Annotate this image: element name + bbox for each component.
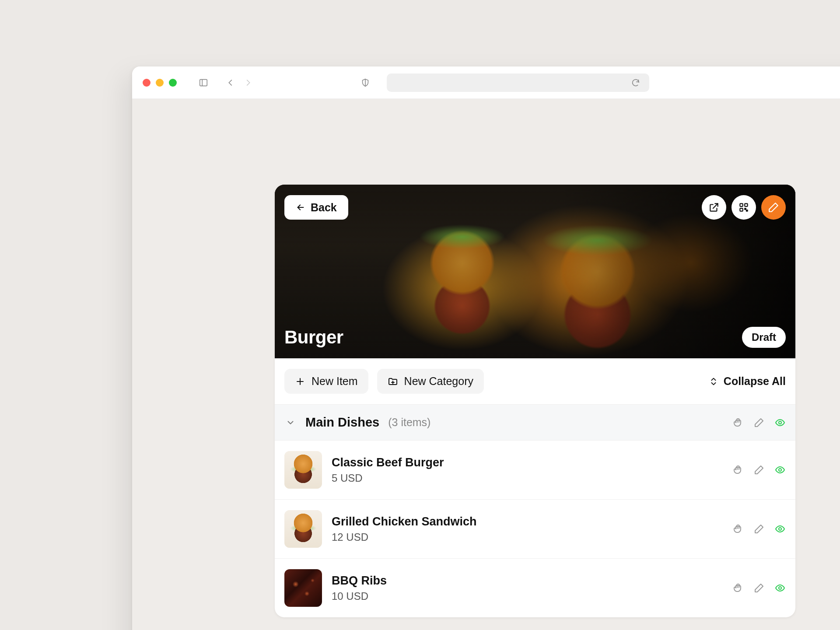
visibility-icon[interactable] xyxy=(774,523,786,535)
item-actions xyxy=(732,523,786,535)
category-actions xyxy=(732,417,786,428)
drag-handle-icon[interactable] xyxy=(732,417,744,428)
svg-point-12 xyxy=(779,421,781,424)
svg-rect-3 xyxy=(740,203,743,206)
page-title: Burger xyxy=(284,327,343,348)
browser-window: Back xyxy=(132,66,840,630)
chevron-down-icon xyxy=(284,418,297,427)
edit-button[interactable] xyxy=(761,195,786,220)
item-row[interactable]: BBQ Ribs 10 USD xyxy=(275,559,795,617)
plus-icon xyxy=(295,376,305,387)
traffic-lights xyxy=(143,79,177,87)
item-price: 12 USD xyxy=(332,531,477,543)
item-name: BBQ Ribs xyxy=(332,574,387,588)
menu-card: Back xyxy=(275,185,795,617)
back-button-label: Back xyxy=(311,201,337,214)
svg-point-14 xyxy=(779,528,781,530)
visibility-icon[interactable] xyxy=(774,582,786,594)
open-external-button[interactable] xyxy=(702,195,726,220)
drag-handle-icon[interactable] xyxy=(732,523,744,535)
privacy-shield-icon[interactable] xyxy=(358,75,373,90)
drag-handle-icon[interactable] xyxy=(732,582,744,594)
category-header[interactable]: Main Dishes (3 items) xyxy=(275,405,795,441)
item-actions xyxy=(732,464,786,476)
item-name: Grilled Chicken Sandwich xyxy=(332,515,477,528)
item-row[interactable]: Classic Beef Burger 5 USD xyxy=(275,441,795,500)
back-button[interactable]: Back xyxy=(284,195,348,220)
qr-code-button[interactable] xyxy=(732,195,756,220)
url-bar[interactable] xyxy=(387,74,649,92)
edit-icon[interactable] xyxy=(753,464,765,476)
edit-icon[interactable] xyxy=(753,523,765,535)
visibility-icon[interactable] xyxy=(774,464,786,476)
svg-rect-0 xyxy=(200,79,207,86)
sidebar-toggle-icon[interactable] xyxy=(196,75,211,90)
category-name: Main Dishes xyxy=(305,415,379,430)
visibility-icon[interactable] xyxy=(774,417,786,428)
hero: Back xyxy=(275,185,795,358)
viewport: Back xyxy=(132,99,840,630)
nav-forward-icon[interactable] xyxy=(241,75,256,90)
item-price: 10 USD xyxy=(332,590,387,602)
item-row[interactable]: Grilled Chicken Sandwich 12 USD xyxy=(275,500,795,559)
svg-rect-7 xyxy=(746,210,748,211)
reload-icon[interactable] xyxy=(628,75,643,90)
item-price: 5 USD xyxy=(332,472,444,484)
edit-icon[interactable] xyxy=(753,417,765,428)
new-category-label: New Category xyxy=(404,375,473,388)
hero-actions xyxy=(702,195,786,220)
svg-rect-4 xyxy=(745,203,748,206)
svg-rect-6 xyxy=(745,208,746,210)
item-thumbnail xyxy=(284,510,322,548)
nav-back-icon[interactable] xyxy=(223,75,238,90)
new-item-button[interactable]: New Item xyxy=(284,369,368,394)
nav-arrows xyxy=(223,75,256,90)
svg-point-13 xyxy=(779,469,781,471)
item-thumbnail xyxy=(284,451,322,489)
item-text: BBQ Ribs 10 USD xyxy=(332,574,387,602)
edit-icon[interactable] xyxy=(753,582,765,594)
svg-rect-5 xyxy=(740,208,743,211)
item-actions xyxy=(732,582,786,594)
item-name: Classic Beef Burger xyxy=(332,456,444,469)
window-zoom-button[interactable] xyxy=(169,79,177,87)
window-close-button[interactable] xyxy=(143,79,150,87)
category-count: (3 items) xyxy=(388,416,430,429)
folder-plus-icon xyxy=(388,376,398,387)
status-badge: Draft xyxy=(742,327,786,348)
item-thumbnail xyxy=(284,569,322,607)
toolbar: New Item New Category Collapse All xyxy=(275,358,795,405)
collapse-icon xyxy=(709,377,718,386)
item-text: Classic Beef Burger 5 USD xyxy=(332,456,444,484)
new-category-button[interactable]: New Category xyxy=(377,369,484,394)
drag-handle-icon[interactable] xyxy=(732,464,744,476)
window-minimize-button[interactable] xyxy=(156,79,164,87)
browser-titlebar xyxy=(132,66,840,99)
collapse-all-label: Collapse All xyxy=(724,375,786,388)
new-item-label: New Item xyxy=(312,375,358,388)
item-text: Grilled Chicken Sandwich 12 USD xyxy=(332,515,477,543)
collapse-all-button[interactable]: Collapse All xyxy=(709,375,786,388)
svg-point-15 xyxy=(779,587,781,589)
